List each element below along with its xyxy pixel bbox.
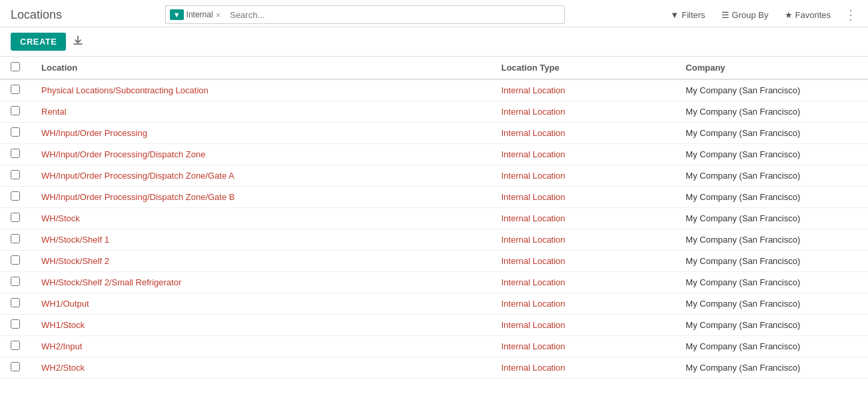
location-type-link[interactable]: Internal Location bbox=[501, 235, 565, 245]
row-location-type: Internal Location bbox=[490, 251, 675, 272]
table-row: WH2/Stock Internal Location My Company (… bbox=[0, 357, 868, 379]
table-row: Rental Internal Location My Company (San… bbox=[0, 101, 868, 123]
search-input[interactable] bbox=[224, 5, 564, 24]
row-checkbox-7[interactable] bbox=[11, 234, 20, 243]
location-link[interactable]: WH/Input/Order Processing/Dispatch Zone/… bbox=[41, 171, 234, 181]
row-checkbox-10[interactable] bbox=[11, 298, 20, 307]
import-icon[interactable] bbox=[73, 35, 83, 49]
filters-button[interactable]: ▼ Filters bbox=[667, 9, 707, 21]
row-company: My Company (San Francisco) bbox=[675, 293, 868, 315]
location-type-link[interactable]: Internal Location bbox=[501, 149, 565, 159]
row-company: My Company (San Francisco) bbox=[675, 336, 868, 357]
location-link[interactable]: WH/Stock bbox=[41, 213, 80, 223]
row-checkbox-1[interactable] bbox=[11, 106, 20, 115]
table-row: WH/Input/Order Processing Internal Locat… bbox=[0, 123, 868, 144]
search-area: ▼ Internal × bbox=[165, 5, 565, 24]
location-link[interactable]: WH/Stock/Shelf 2 bbox=[41, 256, 109, 266]
location-type-link[interactable]: Internal Location bbox=[501, 299, 565, 309]
list-icon: ☰ bbox=[721, 10, 729, 20]
location-type-link[interactable]: Internal Location bbox=[501, 213, 565, 223]
row-location-type: Internal Location bbox=[490, 123, 675, 144]
location-type-link[interactable]: Internal Location bbox=[501, 363, 565, 373]
row-checkbox-0[interactable] bbox=[11, 85, 20, 94]
row-checkbox-2[interactable] bbox=[11, 127, 20, 137]
select-all-checkbox[interactable] bbox=[11, 62, 20, 71]
row-checkbox-12[interactable] bbox=[11, 341, 20, 350]
location-link[interactable]: WH/Input/Order Processing/Dispatch Zone bbox=[41, 149, 205, 159]
table-row: WH/Stock/Shelf 2/Small Refrigerator Inte… bbox=[0, 272, 868, 293]
action-bar: CREATE bbox=[0, 27, 868, 57]
filters-label: Filters bbox=[681, 10, 705, 20]
row-checkbox-5[interactable] bbox=[11, 191, 20, 201]
location-link[interactable]: WH/Stock/Shelf 1 bbox=[41, 235, 109, 245]
row-checkbox-6[interactable] bbox=[11, 213, 20, 222]
location-link[interactable]: WH/Stock/Shelf 2/Small Refrigerator bbox=[41, 277, 181, 287]
row-location-type: Internal Location bbox=[490, 79, 675, 101]
star-icon: ★ bbox=[785, 10, 793, 20]
row-checkbox-4[interactable] bbox=[11, 170, 20, 179]
row-location: WH1/Output bbox=[31, 293, 490, 315]
row-location: WH/Input/Order Processing/Dispatch Zone/… bbox=[31, 187, 490, 208]
header-location[interactable]: Location bbox=[31, 57, 490, 79]
location-link[interactable]: WH1/Output bbox=[41, 299, 89, 309]
location-type-link[interactable]: Internal Location bbox=[501, 256, 565, 266]
location-type-link[interactable]: Internal Location bbox=[501, 192, 565, 202]
locations-table: Location Location Type Company Physical … bbox=[0, 57, 868, 379]
location-link[interactable]: WH2/Input bbox=[41, 341, 82, 351]
row-checkbox-cell bbox=[0, 357, 31, 379]
row-location-type: Internal Location bbox=[490, 208, 675, 229]
row-location: WH/Stock/Shelf 1 bbox=[31, 229, 490, 251]
row-checkbox-9[interactable] bbox=[11, 277, 20, 286]
row-checkbox-8[interactable] bbox=[11, 255, 20, 265]
header-company[interactable]: Company bbox=[675, 57, 868, 79]
row-company: My Company (San Francisco) bbox=[675, 272, 868, 293]
location-link[interactable]: WH2/Stock bbox=[41, 363, 85, 373]
row-checkbox-cell bbox=[0, 165, 31, 187]
table-row: WH2/Input Internal Location My Company (… bbox=[0, 336, 868, 357]
row-checkbox-cell bbox=[0, 123, 31, 144]
favorites-label: Favorites bbox=[795, 10, 831, 20]
table-row: WH/Input/Order Processing/Dispatch Zone/… bbox=[0, 187, 868, 208]
location-type-link[interactable]: Internal Location bbox=[501, 320, 565, 330]
location-link[interactable]: WH/Input/Order Processing bbox=[41, 128, 147, 138]
row-location-type: Internal Location bbox=[490, 336, 675, 357]
page-title: Locations bbox=[11, 8, 62, 22]
more-options-icon[interactable]: ⋮ bbox=[844, 8, 857, 21]
create-button[interactable]: CREATE bbox=[11, 33, 66, 51]
row-checkbox-3[interactable] bbox=[11, 149, 20, 158]
row-checkbox-11[interactable] bbox=[11, 319, 20, 329]
favorites-button[interactable]: ★ Favorites bbox=[782, 9, 833, 21]
location-link[interactable]: WH1/Stock bbox=[41, 320, 85, 330]
location-type-link[interactable]: Internal Location bbox=[501, 341, 565, 351]
row-company: My Company (San Francisco) bbox=[675, 251, 868, 272]
row-company: My Company (San Francisco) bbox=[675, 101, 868, 123]
group-by-button[interactable]: ☰ Group By bbox=[719, 9, 771, 21]
row-company: My Company (San Francisco) bbox=[675, 315, 868, 336]
table-row: WH/Stock/Shelf 1 Internal Location My Co… bbox=[0, 229, 868, 251]
location-type-link[interactable]: Internal Location bbox=[501, 171, 565, 181]
header-location-type[interactable]: Location Type bbox=[490, 57, 675, 79]
row-location-type: Internal Location bbox=[490, 272, 675, 293]
search-filter-tag: ▼ Internal × bbox=[165, 5, 225, 24]
table-row: WH/Input/Order Processing/Dispatch Zone … bbox=[0, 144, 868, 165]
header-checkbox-cell bbox=[0, 57, 31, 79]
row-checkbox-13[interactable] bbox=[11, 362, 20, 371]
row-checkbox-cell bbox=[0, 336, 31, 357]
row-checkbox-cell bbox=[0, 144, 31, 165]
location-link[interactable]: WH/Input/Order Processing/Dispatch Zone/… bbox=[41, 192, 234, 202]
filter-tag-close[interactable]: × bbox=[216, 11, 221, 19]
location-type-link[interactable]: Internal Location bbox=[501, 128, 565, 138]
row-location-type: Internal Location bbox=[490, 357, 675, 379]
table-row: Physical Locations/Subcontracting Locati… bbox=[0, 79, 868, 101]
location-type-link[interactable]: Internal Location bbox=[501, 85, 565, 95]
location-type-link[interactable]: Internal Location bbox=[501, 107, 565, 117]
row-location-type: Internal Location bbox=[490, 187, 675, 208]
row-location: WH1/Stock bbox=[31, 315, 490, 336]
row-location: WH2/Stock bbox=[31, 357, 490, 379]
row-location: WH/Input/Order Processing/Dispatch Zone/… bbox=[31, 165, 490, 187]
location-link[interactable]: Physical Locations/Subcontracting Locati… bbox=[41, 85, 209, 95]
row-checkbox-cell bbox=[0, 187, 31, 208]
location-link[interactable]: Rental bbox=[41, 107, 67, 117]
row-location-type: Internal Location bbox=[490, 165, 675, 187]
location-type-link[interactable]: Internal Location bbox=[501, 277, 565, 287]
